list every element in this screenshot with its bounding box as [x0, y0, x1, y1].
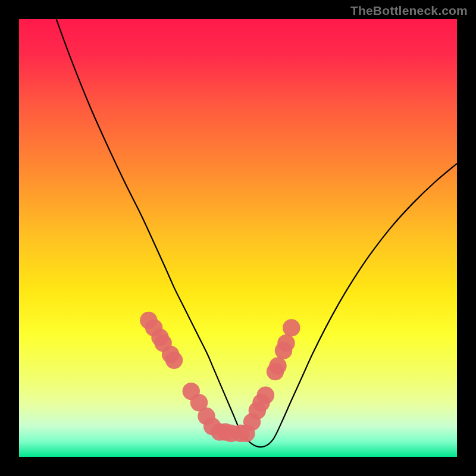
marker-dot [257, 387, 274, 404]
sample-points [140, 312, 300, 442]
marker-dot [283, 319, 300, 336]
marker-dot [269, 357, 286, 374]
marker-dot [165, 352, 183, 369]
chart-frame: TheBottleneck.com [0, 0, 476, 476]
plot-area [19, 19, 457, 457]
marker-dot [277, 334, 295, 352]
curve-layer [19, 19, 457, 457]
watermark-text: TheBottleneck.com [350, 4, 468, 18]
bottleneck-curve [57, 19, 457, 447]
